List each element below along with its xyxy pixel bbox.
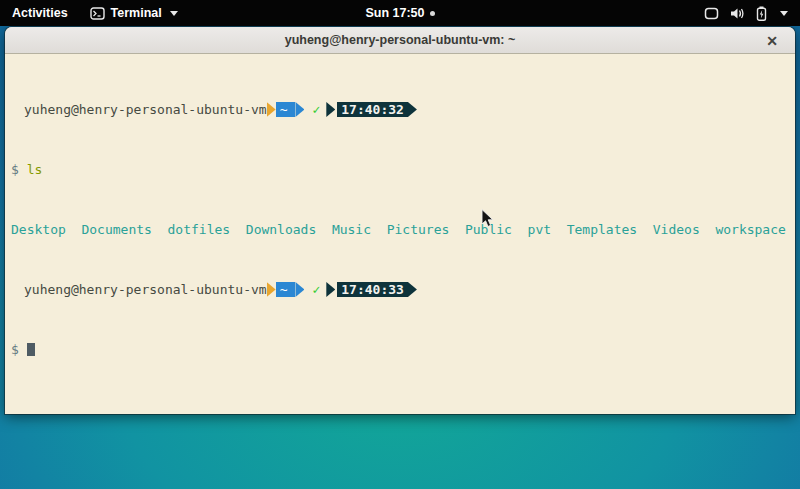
prompt-directory: ~ bbox=[276, 282, 296, 297]
prompt-user: yuheng@henry-personal-ubuntu-vm bbox=[11, 282, 267, 297]
clock-label: Sun 17:50 bbox=[365, 6, 424, 20]
prompt-timestamp: 17:40:32 bbox=[337, 102, 408, 117]
terminal-window: yuheng@henry-personal-ubuntu-vm: ~ ✕ yuh… bbox=[5, 27, 795, 414]
powerline-arrow-icon bbox=[267, 282, 276, 297]
status-check-icon: ✓ bbox=[304, 102, 326, 117]
command-line: $ ls bbox=[11, 162, 789, 177]
powerline-arrow-icon bbox=[295, 102, 304, 117]
command-line: $ bbox=[11, 342, 789, 357]
prompt-user: yuheng@henry-personal-ubuntu-vm bbox=[11, 102, 267, 117]
powerline-arrow-icon bbox=[267, 102, 276, 117]
prompt-line: yuheng@henry-personal-ubuntu-vm ~ ✓ 17:4… bbox=[11, 102, 789, 117]
close-button[interactable]: ✕ bbox=[759, 27, 785, 54]
powerline-arrow-icon bbox=[326, 282, 335, 297]
powerline-arrow-icon bbox=[408, 102, 417, 117]
prompt-timestamp: 17:40:33 bbox=[337, 282, 408, 297]
app-menu-label: Terminal bbox=[111, 6, 162, 20]
activities-label: Activities bbox=[12, 6, 68, 20]
screen-icon bbox=[704, 7, 719, 20]
status-check-icon: ✓ bbox=[304, 282, 326, 297]
prompt-line: yuheng@henry-personal-ubuntu-vm ~ ✓ 17:4… bbox=[11, 282, 789, 297]
activities-button[interactable]: Activities bbox=[0, 0, 80, 26]
notification-dot-icon bbox=[430, 11, 435, 16]
powerline-arrow-icon bbox=[408, 282, 417, 297]
prompt-dollar: $ bbox=[11, 342, 19, 357]
terminal-block-cursor bbox=[27, 343, 35, 356]
ls-output-line: Desktop Documents dotfiles Downloads Mus… bbox=[11, 222, 789, 237]
prompt-directory: ~ bbox=[276, 102, 296, 117]
window-titlebar[interactable]: yuheng@henry-personal-ubuntu-vm: ~ ✕ bbox=[5, 27, 795, 54]
terminal-screen[interactable]: yuheng@henry-personal-ubuntu-vm ~ ✓ 17:4… bbox=[5, 54, 795, 413]
command-text: ls bbox=[27, 162, 43, 177]
battery-charging-icon bbox=[756, 6, 767, 21]
powerline-arrow-icon bbox=[326, 102, 335, 117]
window-title: yuheng@henry-personal-ubuntu-vm: ~ bbox=[285, 33, 516, 47]
chevron-down-icon bbox=[780, 11, 788, 16]
terminal-app-icon bbox=[90, 7, 105, 20]
top-bar: Activities Terminal Sun 17:50 bbox=[0, 0, 800, 26]
powerline-arrow-icon bbox=[295, 282, 304, 297]
clock-button[interactable]: Sun 17:50 bbox=[365, 6, 434, 20]
system-tray[interactable] bbox=[692, 0, 800, 26]
chevron-down-icon bbox=[170, 11, 178, 16]
volume-icon bbox=[730, 7, 745, 20]
prompt-dollar: $ bbox=[11, 162, 19, 177]
app-menu-terminal[interactable]: Terminal bbox=[80, 0, 188, 26]
